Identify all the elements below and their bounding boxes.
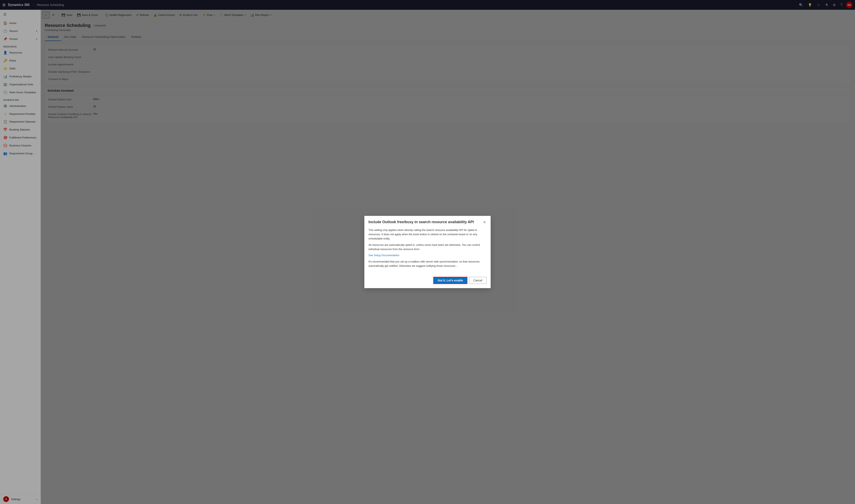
dialog-footer: Got it. Let's enable Cancel [364,274,491,288]
dialog-body-text-3: It's recommended that you set up a mailb… [369,259,486,268]
dialog-body: This setting only applies when directly … [364,225,491,274]
dialog-close-button[interactable]: ✕ [482,220,486,225]
dialog-header: Include Outlook free/busy in search reso… [364,216,491,225]
dialog-body-text-2: All resources are automatically opted in… [369,243,486,252]
dialog-confirm-button[interactable]: Got it. Let's enable [433,277,468,284]
dialog-cancel-button[interactable]: Cancel [469,277,486,284]
dialog-body-text-1: This setting only applies when directly … [369,228,486,241]
dialog: Include Outlook free/busy in search reso… [364,216,491,288]
dialog-setup-link[interactable]: See Setup Documentation [369,254,399,257]
dialog-overlay: Include Outlook free/busy in search reso… [0,0,855,504]
dialog-title: Include Outlook free/busy in search reso… [369,220,482,224]
